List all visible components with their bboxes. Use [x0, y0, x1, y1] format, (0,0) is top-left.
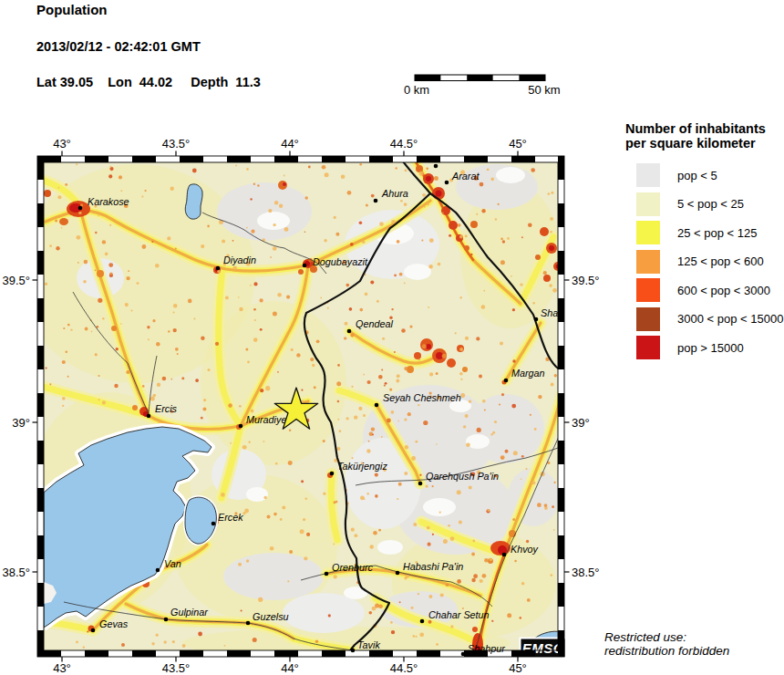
legend-item: 25 < pop < 125 [625, 221, 784, 244]
right-axis-label: 39.5° [572, 274, 600, 287]
right-axis-label: 39° [572, 416, 590, 430]
city-label: Gulpinar [170, 607, 208, 618]
top-axis-label: 44.5° [390, 137, 418, 151]
legend-item: 600 < pop < 3000 [625, 278, 784, 302]
city-dot [396, 571, 400, 576]
city-label: Orenburc [332, 562, 374, 573]
legend-label: 5 < pop < 25 [677, 197, 744, 211]
city-label: Dogubayazit [313, 256, 368, 267]
legend-swatch [636, 336, 660, 359]
city-dot [211, 522, 216, 526]
city-label: Guzelsu [253, 611, 289, 622]
legend-label: pop > 15000 [677, 341, 744, 355]
scale-bar: 0 km 50 km [404, 75, 561, 97]
legend-swatch [636, 307, 660, 331]
left-axis-label: 39.5° [2, 274, 30, 287]
city-dot [502, 553, 507, 557]
city-dot [347, 329, 352, 334]
bottom-axis-label: 44° [281, 661, 299, 675]
city-label: Gevas [99, 618, 129, 629]
legend-label: 3000 < pop < 15000 [677, 312, 783, 326]
legend-item: 125 < pop < 600 [625, 250, 784, 274]
city-dot [91, 628, 96, 633]
legend-label: 600 < pop < 3000 [677, 284, 770, 297]
lake-northwest [185, 184, 202, 219]
legend-item: 3000 < pop < 15000 [625, 307, 784, 331]
page: Population 2013/02/12 - 02:42:01 GMT Lat… [0, 0, 784, 675]
city-label: Takürjengiz [337, 461, 387, 472]
city-label: Khvoy [511, 544, 539, 555]
city-dot [216, 266, 221, 271]
legend-title-line1: Number of inhabitants [625, 121, 784, 136]
legend-item: pop > 15000 [625, 336, 784, 359]
city-label: Muradiye [246, 414, 286, 425]
bottom-axis-label: 43.5° [162, 661, 191, 675]
city-label: Qarehqush Pa'in [426, 471, 499, 482]
scale-right-label: 50 km [528, 83, 560, 97]
legend-title: Number of inhabitants per square kilomet… [625, 121, 784, 151]
city-label: Tavik [357, 639, 380, 650]
legend-rows: pop < 55 < pop < 2525 < pop < 125125 < p… [625, 163, 784, 359]
restricted-use-line2: redistribution forbidden [604, 644, 729, 658]
legend: Number of inhabitants per square kilomet… [625, 121, 784, 365]
scale-left-label: 0 km [404, 83, 429, 97]
city-dot [246, 621, 251, 626]
city-label: Ercek [218, 512, 243, 523]
legend-label: pop < 5 [677, 169, 717, 182]
bottom-axis-label: 45° [509, 661, 527, 675]
bottom-axis-label: 43° [53, 661, 71, 675]
city-dot [374, 199, 378, 203]
city-dot [330, 472, 335, 476]
city-dot [239, 424, 243, 429]
legend-swatch [636, 163, 660, 187]
legend-label: 125 < pop < 600 [677, 254, 764, 268]
city-label: Qendeal [356, 318, 393, 329]
left-axis-label: 39° [12, 416, 30, 430]
city-dot [534, 317, 539, 322]
city-label: Ercis [155, 403, 178, 414]
city-dot [375, 403, 379, 408]
city-dot [156, 568, 160, 573]
top-axis-label: 43.5° [162, 137, 191, 151]
top-axis-label: 44° [281, 137, 299, 151]
city-dot [325, 572, 329, 576]
city-label: Seyah Cheshmeh [383, 392, 461, 403]
restricted-use-notice: Restricted use: redistribution forbidden [604, 630, 729, 658]
top-axis-label: 43° [53, 137, 71, 151]
city-label: Margan [511, 368, 545, 379]
legend-swatch [636, 250, 660, 274]
legend-title-line2: per square kilometer [625, 136, 784, 151]
right-axis-label: 38.5° [572, 566, 600, 579]
legend-label: 25 < pop < 125 [677, 226, 757, 240]
left-axis-label: 38.5° [2, 566, 30, 579]
legend-swatch [636, 192, 660, 216]
legend-item: 5 < pop < 25 [625, 192, 784, 216]
city-label: Habashi Pa'in [403, 561, 463, 572]
city-label: Van [164, 558, 181, 569]
city-dot [78, 206, 83, 211]
city-dot [445, 181, 449, 185]
city-dot [504, 379, 509, 383]
city-label: Chahar Setun [428, 609, 490, 620]
city-label: Diyadin [223, 254, 256, 265]
bottom-axis-label: 44.5° [390, 661, 418, 675]
city-dot [303, 264, 307, 268]
city-dot [418, 482, 423, 486]
city-dot [434, 164, 438, 169]
legend-item: pop < 5 [625, 163, 784, 187]
city-dot [147, 414, 151, 419]
city-label: Karakose [88, 196, 129, 207]
city-dot [420, 619, 425, 624]
restricted-use-line1: Restricted use: [604, 630, 729, 644]
city-label: Ahura [381, 188, 408, 199]
top-axis-label: 45° [509, 137, 527, 151]
city-label: Ararat [451, 171, 480, 182]
legend-swatch [636, 221, 660, 244]
legend-swatch [636, 278, 660, 302]
city-dot [164, 618, 169, 622]
